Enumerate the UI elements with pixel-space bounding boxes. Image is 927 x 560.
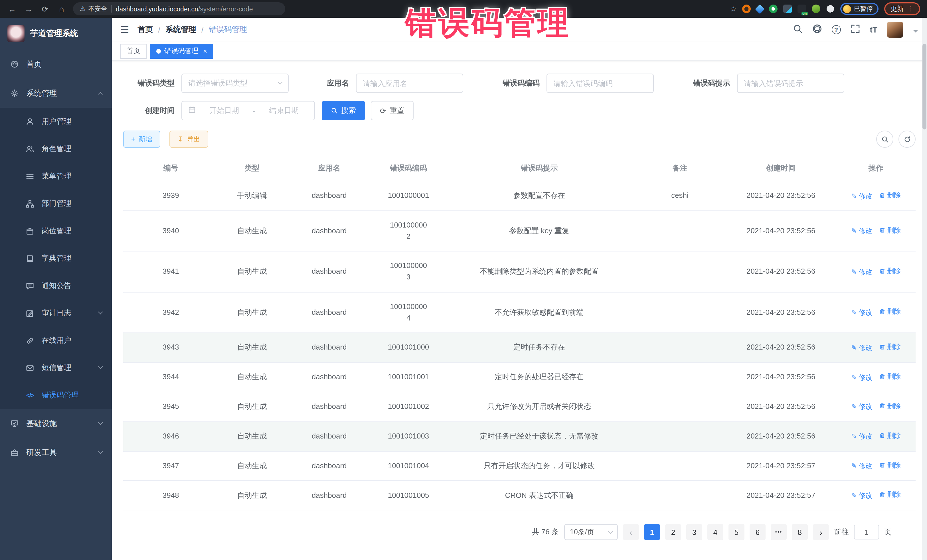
user-avatar[interactable]	[887, 22, 903, 38]
delete-link[interactable]: 删除	[879, 401, 901, 411]
sidebar-item-posts[interactable]: 岗位管理	[0, 217, 112, 244]
page-size-select[interactable]: 10条/页	[564, 524, 618, 540]
error-code-input[interactable]	[553, 79, 647, 88]
delete-link[interactable]: 删除	[879, 341, 901, 352]
extension-icon[interactable]	[755, 4, 765, 14]
page-button-4[interactable]: 4	[707, 524, 723, 540]
sidebar-item-sms[interactable]: 短信管理	[0, 354, 112, 381]
edit-link[interactable]: ✎修改	[851, 267, 872, 277]
refresh-table-button[interactable]	[898, 131, 916, 148]
delete-link[interactable]: 删除	[879, 430, 901, 441]
error-hint-input[interactable]	[744, 79, 837, 88]
download-icon: ↧	[178, 135, 183, 143]
page-button-6[interactable]: 6	[749, 524, 766, 540]
delete-link[interactable]: 删除	[879, 371, 901, 381]
chrome-update-button[interactable]: 更新 ⋮	[884, 2, 920, 15]
delete-link[interactable]: 删除	[879, 225, 901, 235]
table-header-row: 编号 类型 应用名 错误码编码 错误码提示 备注 创建时间 操作	[123, 156, 916, 181]
help-icon[interactable]: ?	[832, 25, 841, 34]
edit-link[interactable]: ✎修改	[851, 191, 872, 202]
sidebar-item-announcements[interactable]: 通知公告	[0, 272, 112, 299]
delete-link[interactable]: 删除	[879, 266, 901, 276]
edit-link[interactable]: ✎修改	[851, 343, 872, 353]
edit-link[interactable]: ✎修改	[851, 307, 872, 318]
extension-icon[interactable]	[742, 5, 751, 13]
delete-link[interactable]: 删除	[879, 490, 901, 500]
github-icon[interactable]	[812, 24, 822, 36]
page-ellipsis[interactable]: •••	[771, 524, 787, 540]
toolbox-icon	[10, 448, 20, 457]
scrollbar-thumb[interactable]	[922, 44, 926, 129]
delete-link[interactable]: 删除	[879, 190, 901, 200]
edit-link[interactable]: ✎修改	[851, 226, 872, 237]
edit-link[interactable]: ✎修改	[851, 402, 872, 412]
sidebar-item-audit-log[interactable]: 审计日志	[0, 299, 112, 327]
sidebar-item-system[interactable]: 系统管理	[0, 79, 112, 108]
edit-pen-icon: ✎	[851, 461, 857, 472]
tag-error-code[interactable]: 错误码管理 ×	[150, 44, 213, 58]
sidebar-item-dictionary[interactable]: 字典管理	[0, 244, 112, 272]
toggle-search-button[interactable]	[876, 131, 894, 148]
error-type-select[interactable]: 请选择错误码类型	[181, 74, 289, 93]
address-bar[interactable]: ⚠ 不安全 dashboard.yudao.iocoder.cn/system/…	[73, 2, 285, 15]
puzzle-extensions-icon[interactable]	[826, 5, 834, 13]
page-button-2[interactable]: 2	[665, 524, 681, 540]
close-icon[interactable]: ×	[203, 47, 207, 55]
search-icon[interactable]	[793, 24, 802, 36]
back-icon[interactable]: ←	[7, 4, 17, 14]
filter-label-error-code: 错误码编码	[488, 78, 547, 88]
extension-icon[interactable]	[783, 5, 792, 13]
prev-page-button[interactable]: ‹	[623, 524, 639, 540]
page-button-3[interactable]: 3	[686, 524, 702, 540]
home-icon[interactable]: ⌂	[56, 4, 67, 14]
goto-page-input[interactable]	[854, 525, 879, 540]
filter-label-create-time: 创建时间	[123, 106, 181, 116]
edit-link[interactable]: ✎修改	[851, 461, 872, 472]
sidebar-item-infrastructure[interactable]: 基础设施	[0, 409, 112, 438]
forward-icon[interactable]: →	[23, 4, 33, 14]
reset-button[interactable]: ⟳ 重置	[371, 101, 413, 120]
update-label: 更新	[891, 5, 904, 13]
delete-link[interactable]: 删除	[879, 460, 901, 470]
sidebar-item-users[interactable]: 用户管理	[0, 108, 112, 135]
breadcrumb-system[interactable]: 系统管理	[166, 24, 196, 35]
extension-icon[interactable]: on	[798, 5, 806, 13]
next-page-button[interactable]: ›	[813, 524, 829, 540]
sidebar-item-error-code[interactable]: </> 错误码管理	[0, 381, 112, 409]
extension-icon[interactable]	[812, 5, 820, 13]
search-button[interactable]: 搜索	[322, 101, 365, 120]
bookmark-star-icon[interactable]: ☆	[730, 5, 737, 13]
edit-link[interactable]: ✎修改	[851, 491, 872, 501]
breadcrumb-home[interactable]: 首页	[138, 24, 153, 35]
sidebar-item-departments[interactable]: 部门管理	[0, 190, 112, 217]
edit-link[interactable]: ✎修改	[851, 372, 872, 382]
edit-link[interactable]: ✎修改	[851, 431, 872, 442]
extension-icon[interactable]	[769, 5, 778, 13]
scrollbar[interactable]	[922, 18, 927, 560]
fullscreen-icon[interactable]	[851, 24, 860, 36]
delete-link[interactable]: 删除	[879, 306, 901, 317]
font-size-icon[interactable]: tT	[870, 25, 877, 34]
date-range-picker[interactable]: 开始日期 - 结束日期	[181, 101, 315, 120]
page-button-5[interactable]: 5	[728, 524, 745, 540]
sidebar-item-online-users[interactable]: 在线用户	[0, 327, 112, 354]
sidebar-collapse-icon[interactable]: ☰	[120, 24, 129, 36]
sidebar-item-dev-tools[interactable]: 研发工具	[0, 438, 112, 467]
sidebar-item-roles[interactable]: 角色管理	[0, 135, 112, 162]
profile-paused-badge[interactable]: 已暂停	[840, 3, 878, 15]
tag-home[interactable]: 首页	[120, 44, 147, 58]
not-secure-warning[interactable]: ⚠ 不安全	[80, 5, 107, 13]
sidebar-item-menus[interactable]: 菜单管理	[0, 162, 112, 190]
caret-down-icon[interactable]	[913, 30, 918, 35]
table-toolbar: + 新增 ↧ 导出	[123, 131, 916, 148]
page-button-1[interactable]: 1	[644, 524, 660, 540]
app-name-input[interactable]	[363, 79, 456, 88]
total-count: 共 76 条	[532, 527, 559, 537]
sidebar-item-home[interactable]: 首页	[0, 50, 112, 79]
browser-menu-icon[interactable]: ⋮	[907, 5, 914, 12]
export-button[interactable]: ↧ 导出	[169, 131, 208, 148]
add-button[interactable]: + 新增	[123, 131, 160, 148]
chevron-down-icon	[98, 310, 103, 315]
reload-icon[interactable]: ⟳	[40, 4, 50, 14]
page-button-8[interactable]: 8	[792, 524, 808, 540]
